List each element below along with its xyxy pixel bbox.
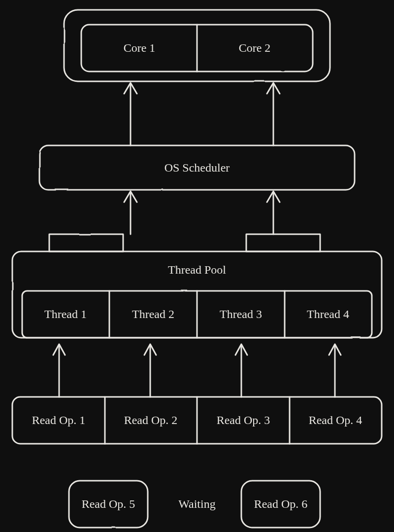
thread-pool-label: Thread Pool: [168, 263, 226, 276]
arrow-pool-to-scheduler-left: [124, 191, 137, 234]
thread-4-label: Thread 4: [307, 308, 349, 320]
waiting-label: Waiting: [178, 497, 215, 510]
thread-2-label: Thread 2: [132, 308, 174, 320]
arrow-scheduler-to-core2: [267, 83, 280, 145]
os-scheduler-label: OS Scheduler: [164, 161, 230, 174]
pool-connector-left: [49, 234, 123, 251]
op-3-label: Read Op. 3: [217, 414, 270, 426]
pool-connector-right: [246, 234, 320, 251]
core-1-label: Core 1: [124, 41, 156, 54]
op-2-label: Read Op. 2: [124, 414, 178, 426]
thread-1-label: Thread 1: [44, 308, 87, 320]
op-5-label: Read Op. 5: [82, 497, 135, 510]
arrow-scheduler-to-core1: [124, 83, 137, 145]
thread-3-label: Thread 3: [220, 308, 262, 320]
arrow-op4-to-thread4: [329, 344, 341, 397]
op-4-label: Read Op. 4: [309, 414, 362, 426]
arrow-pool-to-scheduler-right: [267, 191, 280, 234]
thread-pool-diagram: Core 1 Core 2 OS Scheduler Thread Pool T…: [0, 0, 394, 532]
arrow-op3-to-thread3: [235, 344, 247, 397]
arrow-op1-to-thread1: [53, 344, 65, 397]
arrow-op2-to-thread2: [144, 344, 156, 397]
core-2-label: Core 2: [239, 41, 271, 54]
op-6-label: Read Op. 6: [254, 497, 308, 510]
op-1-label: Read Op. 1: [32, 414, 86, 426]
